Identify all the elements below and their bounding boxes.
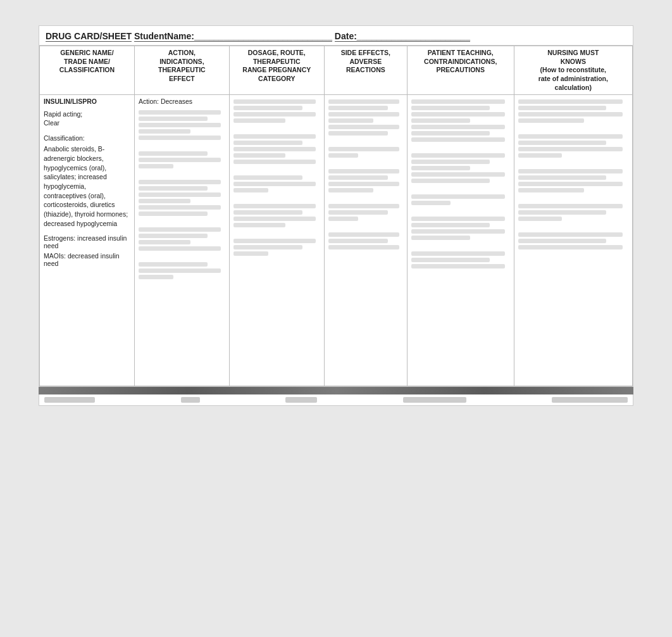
blurred-content [328,106,389,110]
classification-label: Classification: [44,134,130,142]
card-header: DRUG CARD/SHEET StudentName:____________… [39,26,633,46]
blurred-content [518,245,623,249]
blurred-content [518,210,607,215]
blurred-content [328,204,399,208]
blurred-content [411,106,490,110]
blurred-content [328,232,399,237]
blurred-content [411,131,490,136]
blurred-content [518,182,623,186]
blurred-content [328,210,389,215]
page: DRUG CARD/SHEET StudentName:____________… [0,0,672,637]
blurred-content [139,129,190,134]
footer-bar [39,387,633,394]
cell-drug-name: INSULIN/LISPRO Rapid acting; Clear Class… [40,95,135,386]
blurred-content [328,125,399,129]
drug-generic-name: INSULIN/LISPRO [44,98,130,105]
blurred-content [233,182,316,186]
blurred-content [233,106,303,110]
blurred-content [233,134,316,139]
blurred-content [233,217,316,221]
blurred-content [139,211,208,216]
card-title: DRUG CARD/SHEET [46,31,132,42]
footer-item-4 [403,397,466,403]
blurred-content [411,264,505,268]
blurred-content [139,192,221,197]
blurred-content [411,166,470,170]
blurred-content [139,205,221,210]
table-row: INSULIN/LISPRO Rapid acting; Clear Class… [40,95,633,386]
blurred-content [411,223,490,227]
blurred-content [139,240,190,244]
footer-item-1 [44,397,95,403]
blurred-content [139,136,221,140]
blurred-content [328,245,399,249]
col-header-6: NURSING MUST KNOWS (How to reconstitute,… [514,46,632,95]
blurred-content [139,180,221,184]
cell-nursing [514,95,632,386]
blurred-content [411,236,470,240]
col-header-4: SIDE EFFECTS, ADVERSE REACTIONS [324,46,407,95]
blurred-content [328,217,358,221]
cell-dosage [229,95,324,386]
blurred-content [411,217,505,221]
blurred-content [139,227,221,232]
blurred-content [233,245,303,249]
blurred-content [518,118,585,123]
blurred-content [411,153,505,158]
blurred-content [411,229,505,234]
blurred-content [411,118,470,123]
blurred-content [411,172,505,177]
blurred-content [139,158,221,162]
blurred-content [518,188,585,192]
drug-appearance: Clear [44,119,130,127]
cell-side-effects [324,95,407,386]
blurred-content [411,160,490,164]
blurred-content [233,223,285,227]
blurred-content [411,112,505,117]
blurred-content [328,99,399,104]
blurred-content [411,99,505,104]
blurred-content [411,251,505,256]
blurred-content [411,179,490,183]
drug-type: Rapid acting; [44,110,130,118]
blurred-content [233,210,303,215]
student-label: StudentName: [134,31,194,42]
blurred-content [139,186,208,191]
blurred-content [233,251,268,256]
blurred-content [139,123,221,127]
blurred-content [518,239,607,243]
drug-card: DRUG CARD/SHEET StudentName:____________… [39,25,633,387]
blurred-content [139,275,173,279]
blurred-content [518,134,623,139]
date-label: Date: [335,31,357,42]
blurred-content [139,110,221,115]
blurred-content [328,112,399,117]
blurred-content [518,99,623,104]
col-header-1: GENERIC NAME/ TRADE NAME/ CLASSIFICATION [40,46,135,95]
footer-item-3 [285,397,317,403]
blurred-content [518,232,623,237]
blurred-content [233,153,285,158]
blurred-content [233,118,285,123]
blurred-content [139,234,208,238]
blurred-content [411,137,505,142]
blurred-content [328,118,373,123]
blurred-content [233,147,316,151]
student-underline: ____________________________ [194,31,332,42]
blurred-content [328,131,389,136]
blurred-content [139,268,221,273]
col-header-2: ACTION, INDICATIONS, THERAPEUTIC EFFECT [134,46,229,95]
blurred-content [411,125,505,129]
table-header-row: GENERIC NAME/ TRADE NAME/ CLASSIFICATION… [40,46,633,95]
blurred-content [328,147,399,151]
blurred-content [328,182,399,186]
blurred-content [139,151,208,156]
cell-patient-teaching [407,95,514,386]
blurred-content [233,175,303,180]
blurred-content [518,169,623,173]
date-underline: _______________________ [357,31,470,42]
blurred-content [233,99,316,104]
cell-action: Action: Decreases [134,95,229,386]
col-header-3: DOSAGE, ROUTE, THERAPEUTIC RANGE PREGNAN… [229,46,324,95]
blurred-content [233,160,316,164]
